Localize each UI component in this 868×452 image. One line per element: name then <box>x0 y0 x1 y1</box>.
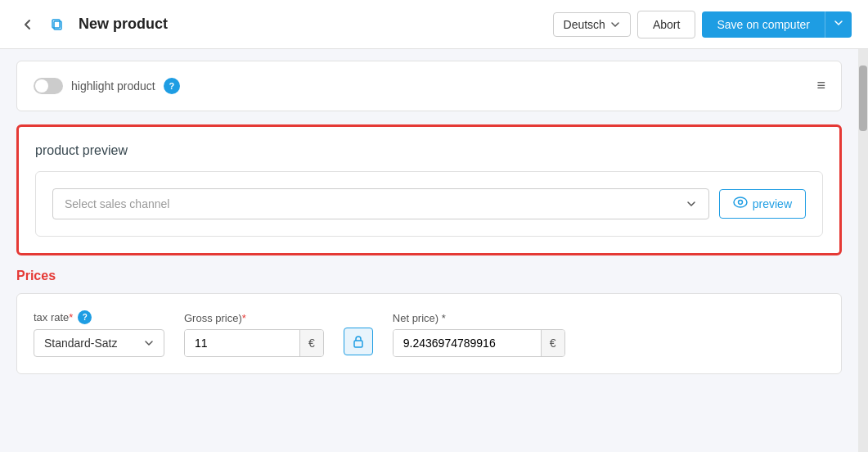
save-button[interactable]: Save on computer <box>702 11 825 38</box>
net-currency-suffix: € <box>541 330 564 356</box>
product-preview-title: product preview <box>35 143 823 158</box>
preview-button[interactable]: preview <box>719 189 806 219</box>
svg-point-2 <box>734 197 747 207</box>
highlight-section-card: highlight product ? ≡ <box>16 61 842 111</box>
language-label: Deutsch <box>564 18 605 31</box>
content-area: highlight product ? ≡ product preview Se… <box>0 49 858 452</box>
nav-icons <box>16 13 69 36</box>
net-price-input-group: € <box>393 329 565 357</box>
highlight-card: highlight product ? ≡ <box>16 61 842 111</box>
prices-title: Prices <box>16 269 842 283</box>
abort-button[interactable]: Abort <box>637 11 695 38</box>
main: highlight product ? ≡ product preview Se… <box>0 49 868 452</box>
scrollbar-track <box>858 49 868 452</box>
scrollbar-thumb[interactable] <box>859 66 867 131</box>
svg-rect-4 <box>354 341 362 347</box>
gross-currency-suffix: € <box>299 330 323 356</box>
lock-icon-wrapper <box>344 328 373 357</box>
highlight-label: highlight product <box>71 79 155 93</box>
page-title: New product <box>79 16 543 33</box>
product-preview-section: product preview Select sales channel pre… <box>16 124 842 255</box>
net-price-label: Net price) * <box>393 312 565 324</box>
net-price-group: Net price) * € <box>393 312 565 357</box>
gross-price-input[interactable] <box>185 330 299 356</box>
section-menu-icon[interactable]: ≡ <box>816 77 825 94</box>
save-button-group: Save on computer <box>702 11 852 38</box>
gross-price-input-group: € <box>184 329 324 357</box>
preview-inner-card: Select sales channel preview <box>35 171 823 237</box>
tax-rate-group: tax rate* ? Standard-Satz <box>34 310 164 357</box>
eye-icon <box>733 197 748 211</box>
tax-rate-select[interactable]: Standard-Satz <box>34 329 164 357</box>
highlight-toggle[interactable] <box>34 78 63 94</box>
svg-point-3 <box>738 201 742 205</box>
tax-rate-label: tax rate* <box>34 311 73 323</box>
prices-section: Prices tax rate* ? <box>16 269 842 374</box>
sales-channel-select[interactable]: Select sales channel <box>52 188 709 219</box>
language-selector[interactable]: Deutsch <box>553 12 631 37</box>
sales-channel-placeholder: Select sales channel <box>65 197 169 210</box>
header: New product Deutsch Abort Save on comput… <box>0 0 868 49</box>
tax-rate-value: Standard-Satz <box>44 337 118 350</box>
tax-help-icon[interactable]: ? <box>78 310 92 324</box>
gross-price-group: Gross price)* € <box>184 312 324 357</box>
prices-card: tax rate* ? Standard-Satz <box>16 293 842 374</box>
copy-button[interactable] <box>46 13 69 36</box>
highlight-row: highlight product ? <box>34 78 825 94</box>
highlight-help-icon[interactable]: ? <box>164 78 180 94</box>
preview-label: preview <box>753 197 792 210</box>
prices-row: tax rate* ? Standard-Satz <box>34 310 825 357</box>
net-price-input[interactable] <box>394 330 541 356</box>
lock-icon[interactable] <box>344 328 373 355</box>
save-dropdown-button[interactable] <box>825 11 852 38</box>
header-actions: Deutsch Abort Save on computer <box>553 11 852 38</box>
back-button[interactable] <box>16 13 39 36</box>
gross-price-label: Gross price)* <box>184 312 324 324</box>
